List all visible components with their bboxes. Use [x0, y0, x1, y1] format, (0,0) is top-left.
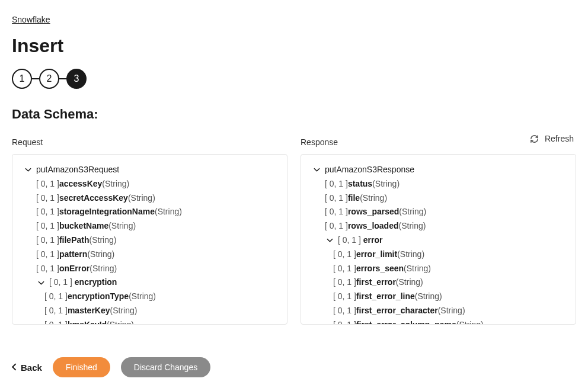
field-name: masterKey [68, 304, 110, 318]
field-name: storageIntegrationName [59, 205, 155, 219]
request-column: Request putAmazonS3Request [ 0, 1 ] acce… [12, 137, 287, 325]
field-type: (String) [396, 275, 423, 290]
field-name: bucketName [59, 219, 108, 233]
field-name: rows_parsed [348, 205, 399, 219]
field-type: (String) [110, 304, 138, 318]
tree-leaf[interactable]: [ 0, 1 ] storageIntegrationName (String) [23, 205, 276, 219]
tree-leaf[interactable]: [ 0, 1 ] filePath (String) [23, 233, 276, 248]
cardinality: [ 0, 1 ] [333, 290, 356, 304]
tree-leaf[interactable]: [ 0, 1 ] masterKey (String) [23, 304, 276, 318]
tree-leaf[interactable]: [ 0, 1 ] secretAccessKey (String) [23, 191, 276, 206]
field-type: (String) [456, 318, 484, 325]
cardinality: [ 0, 1 ] [36, 233, 59, 248]
step-connector [32, 78, 39, 79]
cardinality: [ 0, 1 ] [325, 177, 348, 191]
tree-leaf[interactable]: [ 0, 1 ] rows_loaded (String) [312, 219, 565, 233]
field-type: (String) [90, 233, 117, 248]
field-type: (String) [128, 191, 155, 206]
cardinality: [ 0, 1 ] [333, 262, 356, 276]
field-name: file [348, 191, 360, 206]
field-name: encryptionType [68, 290, 129, 304]
response-panel[interactable]: putAmazonS3Response [ 0, 1 ] status (Str… [301, 154, 576, 325]
tree-node-error[interactable]: [ 0, 1 ] error [312, 233, 565, 248]
field-type: (String) [129, 290, 156, 304]
field-name: errors_seen [356, 262, 404, 276]
field-type: (String) [399, 205, 426, 219]
request-panel[interactable]: putAmazonS3Request [ 0, 1 ] accessKey (S… [12, 154, 287, 325]
discard-button[interactable]: Discard Changes [121, 357, 210, 377]
chevron-down-icon [36, 280, 46, 286]
field-type: (String) [415, 290, 442, 304]
tree-leaf[interactable]: [ 0, 1 ] onError (String) [23, 262, 276, 276]
cardinality: [ 0, 1 ] [44, 304, 68, 318]
footer-actions: Back Finished Discard Changes [12, 357, 210, 377]
cardinality: [ 0, 1 ] [333, 318, 356, 325]
page-title: Insert [12, 35, 576, 57]
field-name: status [348, 177, 372, 191]
response-column: Response putAmazonS3Response [ 0, 1 ] st… [301, 137, 576, 325]
tree-leaf[interactable]: [ 0, 1 ] first_error_character (String) [312, 304, 565, 318]
cardinality: [ 0, 1 ] [36, 191, 59, 206]
tree-leaf[interactable]: [ 0, 1 ] first_error_line (String) [312, 290, 565, 304]
tree-leaf[interactable]: [ 0, 1 ] file (String) [312, 191, 565, 206]
field-name: first_error_line [356, 290, 415, 304]
field-type: (String) [360, 191, 387, 206]
back-label: Back [21, 363, 42, 373]
finished-button[interactable]: Finished [53, 357, 110, 377]
step-connector [59, 78, 66, 79]
field-name: filePath [59, 233, 90, 248]
field-type: (String) [155, 205, 182, 219]
breadcrumb[interactable]: Snowflake [12, 15, 50, 24]
cardinality: [ 0, 1 ] [333, 248, 356, 262]
field-name: error_limit [356, 248, 397, 262]
cardinality: [ 0, 1 ] [36, 177, 59, 191]
field-type: (String) [372, 177, 400, 191]
cardinality: [ 0, 1 ] [44, 290, 68, 304]
field-type: (String) [404, 262, 431, 276]
tree-leaf[interactable]: [ 0, 1 ] kmsKeyId (String) [23, 318, 276, 325]
cardinality: [ 0, 1 ] [36, 248, 59, 262]
cardinality: [ 0, 1 ] [333, 275, 356, 290]
field-type: (String) [438, 304, 465, 318]
tree-leaf[interactable]: [ 0, 1 ] error_limit (String) [312, 248, 565, 262]
tree-leaf[interactable]: [ 0, 1 ] first_error_column_name (String… [312, 318, 565, 325]
step-3[interactable]: 3 [66, 69, 87, 89]
tree-leaf[interactable]: [ 0, 1 ] encryptionType (String) [23, 290, 276, 304]
field-name: accessKey [59, 177, 102, 191]
tree-leaf[interactable]: [ 0, 1 ] status (String) [312, 177, 565, 191]
field-type: (String) [399, 219, 426, 233]
tree-leaf[interactable]: [ 0, 1 ] bucketName (String) [23, 219, 276, 233]
back-button[interactable]: Back [12, 363, 42, 373]
step-2[interactable]: 2 [39, 69, 59, 89]
field-name: encryption [75, 275, 117, 290]
cardinality: [ 0, 1 ] [36, 262, 59, 276]
field-type: (String) [108, 219, 136, 233]
root-name: putAmazonS3Response [325, 163, 414, 177]
cardinality: [ 0, 1 ] [325, 205, 348, 219]
response-label: Response [301, 137, 576, 147]
tree-node-encryption[interactable]: [ 0, 1 ] encryption [23, 275, 276, 290]
cardinality: [ 0, 1 ] [333, 304, 356, 318]
field-name: first_error_column_name [356, 318, 456, 325]
cardinality: [ 0, 1 ] [36, 205, 59, 219]
tree-root[interactable]: putAmazonS3Request [23, 163, 276, 177]
field-name: onError [59, 262, 90, 276]
chevron-down-icon [312, 166, 321, 173]
cardinality: [ 0, 1 ] [325, 219, 348, 233]
field-name: first_error_character [356, 304, 438, 318]
cardinality: [ 0, 1 ] [325, 191, 348, 206]
tree-leaf[interactable]: [ 0, 1 ] pattern (String) [23, 248, 276, 262]
tree-leaf[interactable]: [ 0, 1 ] rows_parsed (String) [312, 205, 565, 219]
field-type: (String) [87, 248, 114, 262]
field-name: error [363, 233, 383, 248]
field-name: rows_loaded [348, 219, 399, 233]
field-name: first_error [356, 275, 396, 290]
tree-leaf[interactable]: [ 0, 1 ] first_error (String) [312, 275, 565, 290]
tree-root[interactable]: putAmazonS3Response [312, 163, 565, 177]
root-name: putAmazonS3Request [36, 163, 119, 177]
step-1[interactable]: 1 [12, 69, 32, 89]
request-label: Request [12, 137, 287, 147]
tree-leaf[interactable]: [ 0, 1 ] accessKey (String) [23, 177, 276, 191]
tree-leaf[interactable]: [ 0, 1 ] errors_seen (String) [312, 262, 565, 276]
cardinality: [ 0, 1 ] [338, 233, 361, 248]
